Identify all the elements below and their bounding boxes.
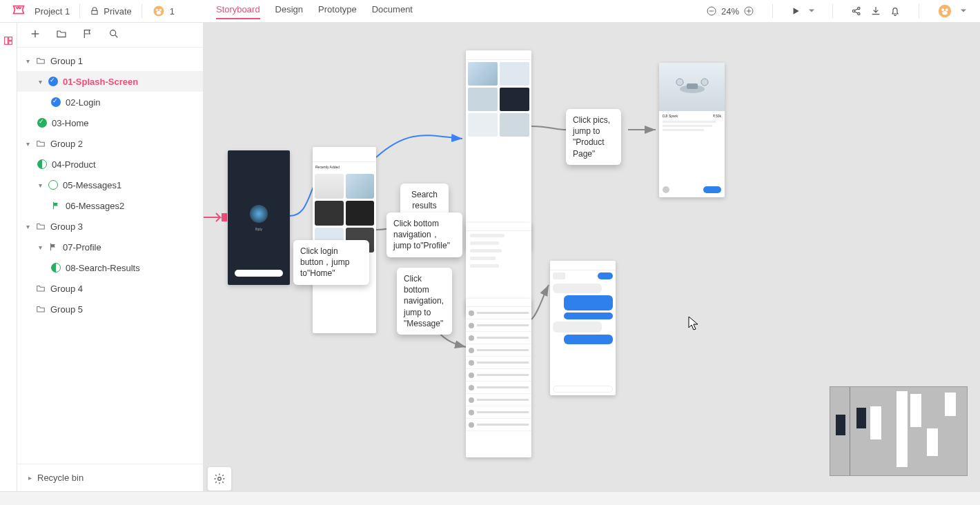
artboard-product[interactable]: DJI Spark ₹ 50k: [659, 63, 725, 197]
caret-down-icon: ▾: [37, 78, 43, 86]
folder-icon: [35, 221, 46, 232]
product-price: ₹ 50k: [713, 114, 721, 118]
play-button[interactable]: [791, 6, 801, 16]
page-row[interactable]: ▾ 01-Splash-Screen: [17, 71, 203, 92]
status-half-green-icon: [37, 159, 48, 170]
storyboard-canvas[interactable]: fliply Recently Added: [204, 23, 980, 491]
caret-right-icon: ▸: [28, 474, 32, 482]
lock-icon: [90, 6, 99, 16]
flag-green-icon: [50, 200, 61, 211]
status-green-check-icon: [37, 117, 48, 128]
caret-down-icon: ▾: [24, 140, 31, 148]
svg-point-23: [110, 30, 116, 35]
flag-grey-icon: [48, 241, 59, 253]
page-row[interactable]: 08-Search-Results: [17, 257, 203, 278]
svg-line-13: [854, 12, 858, 14]
minimap[interactable]: [830, 386, 968, 476]
page-row[interactable]: 04-Product: [17, 154, 203, 175]
artboard-search-results[interactable]: [466, 50, 531, 250]
svg-line-24: [115, 35, 117, 37]
svg-rect-20: [9, 41, 12, 45]
account-dropdown[interactable]: [961, 8, 966, 14]
share-icon[interactable]: [851, 6, 862, 17]
svg-point-17: [942, 11, 947, 15]
privacy-toggle[interactable]: Private: [90, 6, 131, 17]
mode-tabs: Storyboard Design Prototype Document: [216, 4, 413, 19]
caret-down-icon: ▾: [24, 223, 31, 230]
tab-prototype[interactable]: Prototype: [318, 4, 357, 19]
zoom-control: 24%: [706, 6, 754, 17]
play-dropdown[interactable]: [809, 8, 814, 14]
caret-down-icon: ▾: [37, 244, 43, 251]
svg-rect-18: [5, 37, 8, 45]
flow-note[interactable]: Click pics, jump to "Product Page": [566, 109, 621, 165]
flow-note[interactable]: Click bottom navigation，jump to"Profile": [386, 212, 462, 257]
svg-point-2: [159, 9, 161, 11]
caret-down-icon: ▾: [24, 57, 31, 65]
folder-icon: [35, 138, 46, 149]
tab-document[interactable]: Document: [372, 4, 413, 19]
page-row[interactable]: ▾ 05-Messages1: [17, 175, 203, 195]
search-button[interactable]: [108, 28, 119, 42]
svg-rect-19: [9, 37, 12, 41]
status-half-green-icon: [50, 262, 61, 273]
add-page-button[interactable]: [30, 28, 41, 42]
flow-note[interactable]: Click bottom navigation, jump to "Messag…: [397, 268, 452, 335]
zoom-out-button[interactable]: [706, 6, 717, 17]
folder-icon: [35, 283, 46, 294]
canvas-settings-button[interactable]: [207, 466, 232, 491]
page-row[interactable]: 02-Login: [17, 92, 203, 112]
collaborators[interactable]: 1: [152, 4, 175, 18]
artboard-chat[interactable]: [550, 261, 616, 395]
svg-rect-27: [687, 83, 698, 89]
pages-sidebar: ▾ Group 1 ▾ 01-Splash-Screen 02-Login 03…: [17, 23, 204, 491]
zoom-level: 24%: [721, 6, 739, 17]
page-row[interactable]: ▾ 07-Profile: [17, 237, 203, 257]
svg-line-12: [854, 9, 858, 11]
svg-point-1: [156, 9, 158, 11]
add-folder-button[interactable]: [56, 28, 67, 42]
page-row[interactable]: 03-Home: [17, 112, 203, 133]
status-blue-check-icon: [48, 76, 59, 87]
caret-down-icon: ▾: [37, 181, 43, 189]
app-logo-icon[interactable]: [11, 3, 26, 19]
group-row[interactable]: ▾ Group 5: [17, 299, 203, 319]
bell-icon[interactable]: [890, 6, 901, 17]
group-row[interactable]: ▾ Group 3: [17, 216, 203, 237]
svg-point-30: [218, 477, 222, 481]
svg-point-16: [945, 8, 948, 11]
svg-point-29: [701, 79, 708, 86]
page-tree: ▾ Group 1 ▾ 01-Splash-Screen 02-Login 03…: [17, 48, 203, 464]
page-row[interactable]: 06-Messages2: [17, 195, 203, 216]
tab-storyboard[interactable]: Storyboard: [216, 4, 260, 19]
download-icon[interactable]: [870, 6, 881, 17]
artboard-splash[interactable]: fliply: [228, 150, 290, 285]
svg-point-28: [676, 79, 683, 86]
svg-point-15: [941, 8, 944, 11]
gear-icon: [213, 473, 226, 485]
monkey-avatar-icon: [152, 4, 166, 18]
status-blue-check-icon: [50, 97, 61, 108]
folder-icon: [35, 55, 46, 66]
artboard-messages-list[interactable]: [466, 299, 531, 457]
account-avatar[interactable]: [937, 3, 952, 19]
group-row[interactable]: ▾ Group 4: [17, 278, 203, 299]
zoom-in-button[interactable]: [743, 6, 754, 17]
group-row[interactable]: ▾ Group 1: [17, 50, 203, 71]
status-hollow-green-icon: [48, 179, 59, 190]
svg-point-3: [156, 11, 161, 14]
flag-button[interactable]: [82, 28, 93, 42]
recycle-bin[interactable]: ▸ Recycle bin: [17, 464, 203, 491]
folder-icon: [35, 304, 46, 315]
status-bar: [0, 491, 980, 505]
product-title: DJI Spark: [663, 114, 678, 118]
flow-note[interactable]: Click login button，jump to"Home": [293, 240, 369, 285]
project-name[interactable]: Project 1: [35, 6, 70, 17]
group-row[interactable]: ▾ Group 2: [17, 133, 203, 154]
tab-design[interactable]: Design: [275, 4, 303, 19]
pages-panel-icon[interactable]: [3, 35, 14, 49]
